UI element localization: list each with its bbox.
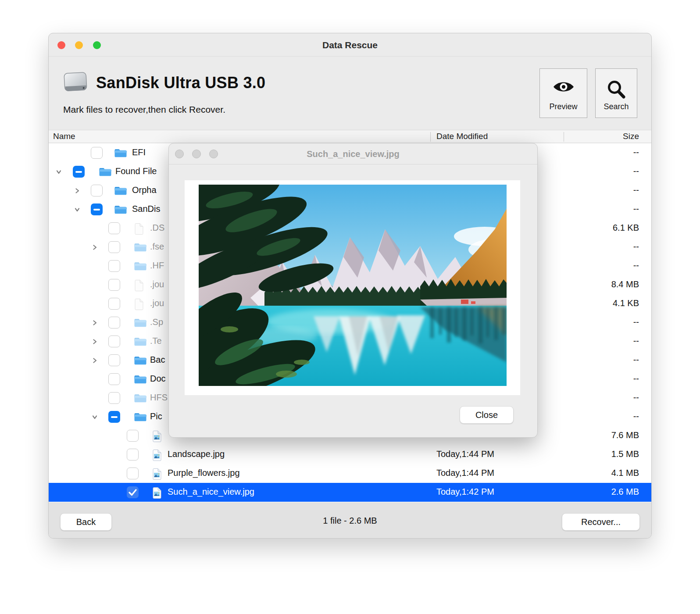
row-date-modified: Today,1:44 PM: [436, 468, 494, 478]
modal-title: Such_a_nice_view.jpg: [169, 143, 537, 164]
table-header: Name Date Modified Size: [49, 130, 651, 143]
column-header-name[interactable]: Name: [53, 132, 75, 141]
row-label: .fse: [150, 242, 164, 252]
file-icon: [134, 279, 144, 293]
table-row[interactable]: Landscape.jpgToday,1:44 PM1.5 MB: [49, 445, 651, 464]
row-size: 4.1 KB: [613, 298, 639, 308]
row-checkbox[interactable]: [91, 185, 103, 196]
row-size: 7.6 MB: [611, 430, 639, 440]
row-label: .jou: [150, 298, 164, 308]
image-file-icon: [152, 430, 162, 444]
row-checkbox[interactable]: [127, 486, 139, 498]
row-size: --: [633, 204, 639, 214]
search-icon: [596, 79, 637, 99]
file-icon: [134, 223, 144, 237]
row-label: SanDis: [132, 204, 160, 214]
row-size: --: [633, 374, 639, 384]
row-label: Doc: [150, 374, 166, 384]
row-checkbox[interactable]: [108, 317, 120, 328]
row-checkbox[interactable]: [127, 468, 139, 479]
row-label: Purple_flowers.jpg: [168, 468, 240, 478]
folder-icon: [134, 242, 147, 254]
chevron-right-icon[interactable]: [74, 188, 80, 196]
table-row[interactable]: Such_a_nice_view.jpgToday,1:42 PM2.6 MB: [49, 483, 651, 502]
image-file-icon: [152, 487, 162, 501]
row-size: --: [633, 336, 639, 346]
row-size: --: [633, 393, 639, 403]
folder-icon: [134, 355, 147, 367]
external-drive-icon: [62, 69, 89, 96]
row-checkbox[interactable]: [108, 298, 120, 310]
folder-icon: [134, 317, 147, 329]
folder-icon: [134, 336, 147, 348]
window-titlebar[interactable]: Data Rescue: [49, 33, 651, 57]
row-checkbox[interactable]: [108, 260, 120, 272]
folder-icon: [99, 166, 112, 178]
chevron-right-icon[interactable]: [92, 244, 98, 252]
preview-image: [199, 185, 507, 386]
row-label: Orpha: [132, 185, 157, 195]
row-label: .Te: [150, 336, 162, 346]
image-file-icon: [152, 449, 162, 463]
row-size: --: [633, 261, 639, 271]
row-size: --: [633, 242, 639, 252]
chevron-down-icon[interactable]: [56, 169, 62, 177]
chevron-down-icon[interactable]: [74, 207, 80, 214]
chevron-right-icon[interactable]: [92, 357, 98, 365]
row-checkbox[interactable]: [108, 279, 120, 291]
row-size: 1.5 MB: [611, 449, 639, 459]
row-size: --: [633, 317, 639, 327]
column-header-size[interactable]: Size: [623, 132, 639, 141]
row-checkbox[interactable]: [73, 166, 85, 178]
folder-icon: [134, 374, 147, 386]
column-divider: [564, 132, 564, 142]
recover-button[interactable]: Recover...: [562, 513, 640, 531]
row-checkbox[interactable]: [108, 241, 120, 253]
row-checkbox[interactable]: [108, 336, 120, 347]
row-checkbox[interactable]: [108, 373, 120, 385]
search-button-label: Search: [596, 102, 637, 111]
modal-titlebar[interactable]: Such_a_nice_view.jpg: [169, 143, 537, 164]
row-checkbox[interactable]: [91, 203, 103, 215]
column-divider: [430, 132, 431, 142]
column-header-date-modified[interactable]: Date Modified: [436, 132, 488, 141]
chevron-right-icon[interactable]: [92, 320, 98, 328]
row-checkbox[interactable]: [91, 147, 103, 159]
chevron-right-icon[interactable]: [92, 339, 98, 346]
preview-button[interactable]: Preview: [539, 68, 587, 118]
row-size: 6.1 KB: [613, 223, 639, 233]
row-date-modified: Today,1:44 PM: [436, 449, 494, 459]
row-label: Pic: [150, 411, 162, 421]
search-button[interactable]: Search: [595, 68, 637, 118]
preview-button-label: Preview: [540, 102, 587, 111]
folder-icon: [114, 147, 127, 160]
selection-status: 1 file - 2.6 MB: [49, 516, 651, 526]
row-checkbox[interactable]: [127, 449, 139, 460]
footer-bar: Back 1 file - 2.6 MB Recover...: [49, 502, 651, 539]
window-title: Data Rescue: [49, 33, 651, 57]
chevron-down-icon[interactable]: [92, 414, 98, 422]
close-button[interactable]: Close: [460, 406, 514, 424]
preview-image-card: [185, 180, 520, 395]
row-checkbox[interactable]: [108, 222, 120, 234]
row-label: HFS: [150, 393, 168, 403]
folder-icon: [114, 204, 127, 216]
folder-icon: [134, 411, 147, 424]
row-size: --: [633, 166, 639, 176]
folder-icon: [134, 261, 147, 273]
row-checkbox[interactable]: [108, 354, 120, 366]
folder-icon: [114, 185, 127, 197]
row-date-modified: Today,1:42 PM: [436, 487, 494, 497]
table-row[interactable]: Purple_flowers.jpgToday,1:44 PM4.1 MB: [49, 464, 651, 483]
row-size: 4.1 MB: [611, 468, 639, 478]
row-checkbox[interactable]: [108, 411, 120, 423]
row-label: Such_a_nice_view.jpg: [168, 487, 254, 497]
header-subtitle: Mark files to recover,then click Recover…: [63, 104, 225, 115]
row-label: Bac: [150, 355, 165, 365]
file-icon: [134, 298, 144, 312]
row-checkbox[interactable]: [127, 430, 139, 442]
row-checkbox[interactable]: [108, 392, 120, 404]
row-label: Found File: [115, 166, 157, 176]
row-label: .jou: [150, 279, 164, 289]
row-size: --: [633, 411, 639, 421]
